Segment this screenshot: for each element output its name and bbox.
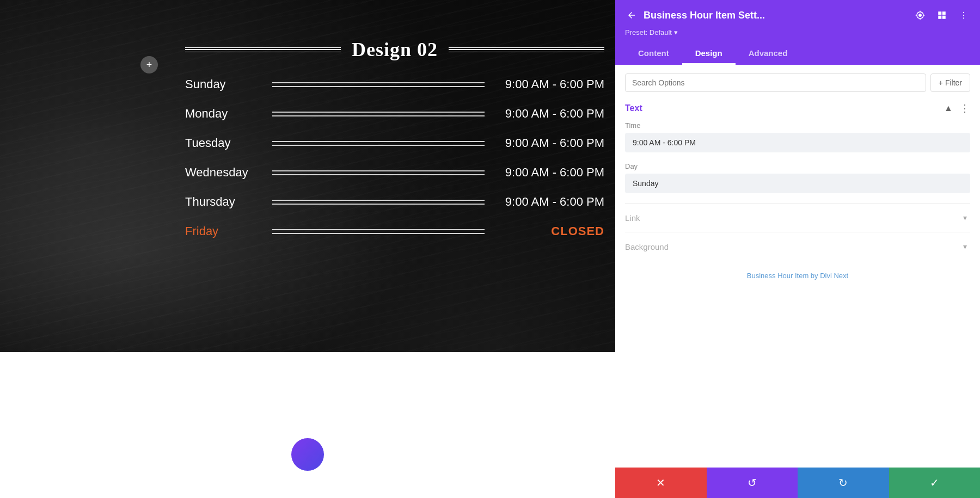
time-text: CLOSED <box>495 224 604 238</box>
time-text: 9:00 AM - 6:00 PM <box>495 136 604 150</box>
panel-tabs: Content Design Advanced <box>625 43 970 65</box>
day-name: Friday <box>185 224 261 238</box>
canvas-area: + Design 02 Sunday9:00 AM - 6:00 PMMonda… <box>0 0 615 498</box>
svg-point-2 <box>963 17 964 19</box>
title-line-right <box>449 49 604 50</box>
hours-row: Monday9:00 AM - 6:00 PM <box>185 107 604 121</box>
svg-point-0 <box>963 12 964 13</box>
time-value[interactable]: 9:00 AM - 6:00 PM <box>625 133 970 152</box>
divider-lines <box>272 169 485 176</box>
text-section-title: Text <box>625 103 642 113</box>
divider-lines <box>272 110 485 118</box>
background-chevron-icon: ▾ <box>959 241 970 252</box>
time-label: Time <box>625 121 970 130</box>
panel-header-actions <box>914 9 970 22</box>
link-chevron-icon: ▾ <box>959 212 970 223</box>
background-section-header[interactable]: Background ▾ <box>625 241 970 252</box>
attribution-link[interactable]: Divi Next <box>820 272 848 280</box>
divider-lines <box>272 81 485 88</box>
refresh-button[interactable]: ↻ <box>798 468 889 498</box>
time-text: 9:00 AM - 6:00 PM <box>495 195 604 209</box>
time-text: 9:00 AM - 6:00 PM <box>495 165 604 180</box>
title-line-left <box>185 49 341 50</box>
day-name: Thursday <box>185 195 261 209</box>
panel-header-top: Business Hour Item Sett... <box>625 9 970 22</box>
hours-container: Sunday9:00 AM - 6:00 PMMonday9:00 AM - 6… <box>185 77 604 238</box>
search-row: + Filter <box>625 73 970 92</box>
day-name: Tuesday <box>185 136 261 150</box>
divider-lines <box>272 198 485 206</box>
day-field-group: Day Sunday <box>625 162 970 193</box>
preset-label[interactable]: Preset: Default ▾ <box>625 28 970 36</box>
svg-point-1 <box>963 15 964 16</box>
hours-row: Wednesday9:00 AM - 6:00 PM <box>185 165 604 180</box>
day-name: Sunday <box>185 77 261 91</box>
text-section-header: Text ▲ ⋮ <box>625 103 970 114</box>
avatar <box>291 438 324 471</box>
tab-advanced[interactable]: Advanced <box>736 43 801 65</box>
search-input[interactable] <box>625 73 926 92</box>
reset-button[interactable]: ↺ <box>707 468 798 498</box>
time-field-group: Time 9:00 AM - 6:00 PM <box>625 121 970 152</box>
filter-button[interactable]: + Filter <box>930 73 970 92</box>
more-options-icon[interactable] <box>957 9 970 22</box>
panel-content: + Filter Text ▲ ⋮ Time 9:00 AM - 6:00 PM… <box>615 65 980 468</box>
widget-title: Design 02 <box>185 38 604 61</box>
settings-panel: Business Hour Item Sett... <box>615 0 980 498</box>
text-section: Text ▲ ⋮ Time 9:00 AM - 6:00 PM Day Sund… <box>625 103 970 193</box>
background-section-title: Background <box>625 242 669 251</box>
hours-row: Thursday9:00 AM - 6:00 PM <box>185 195 604 209</box>
day-name: Monday <box>185 107 261 121</box>
save-button[interactable]: ✓ <box>889 468 981 498</box>
target-icon[interactable] <box>914 9 927 22</box>
panel-footer: ✕ ↺ ↻ ✓ <box>615 468 980 498</box>
cancel-button[interactable]: ✕ <box>615 468 707 498</box>
collapse-icon[interactable]: ▲ <box>943 103 954 114</box>
day-label: Day <box>625 162 970 170</box>
layout-icon[interactable] <box>935 9 948 22</box>
time-text: 9:00 AM - 6:00 PM <box>495 107 604 121</box>
panel-title-area: Business Hour Item Sett... <box>625 9 765 22</box>
tab-design[interactable]: Design <box>682 43 736 65</box>
attribution: Business Hour Item by Divi Next <box>625 261 970 291</box>
hours-row: Tuesday9:00 AM - 6:00 PM <box>185 136 604 150</box>
section-more-icon[interactable]: ⋮ <box>959 103 970 114</box>
back-icon[interactable] <box>625 9 638 22</box>
hours-row: FridayCLOSED <box>185 224 604 238</box>
link-section: Link ▾ <box>625 203 970 232</box>
link-section-title: Link <box>625 213 640 223</box>
panel-header: Business Hour Item Sett... <box>615 0 980 65</box>
hours-row: Sunday9:00 AM - 6:00 PM <box>185 77 604 91</box>
divider-lines <box>272 228 485 235</box>
panel-title: Business Hour Item Sett... <box>644 10 765 21</box>
business-hours-widget: Design 02 Sunday9:00 AM - 6:00 PMMonday9… <box>185 38 604 254</box>
link-section-header[interactable]: Link ▾ <box>625 212 970 223</box>
tab-content[interactable]: Content <box>625 43 682 65</box>
add-element-button[interactable]: + <box>140 56 158 73</box>
section-actions: ▲ ⋮ <box>943 103 970 114</box>
divider-lines <box>272 139 485 147</box>
day-value[interactable]: Sunday <box>625 174 970 193</box>
background-section: Background ▾ <box>625 232 970 261</box>
time-text: 9:00 AM - 6:00 PM <box>495 77 604 91</box>
day-name: Wednesday <box>185 165 261 180</box>
canvas-white-area <box>0 352 615 498</box>
